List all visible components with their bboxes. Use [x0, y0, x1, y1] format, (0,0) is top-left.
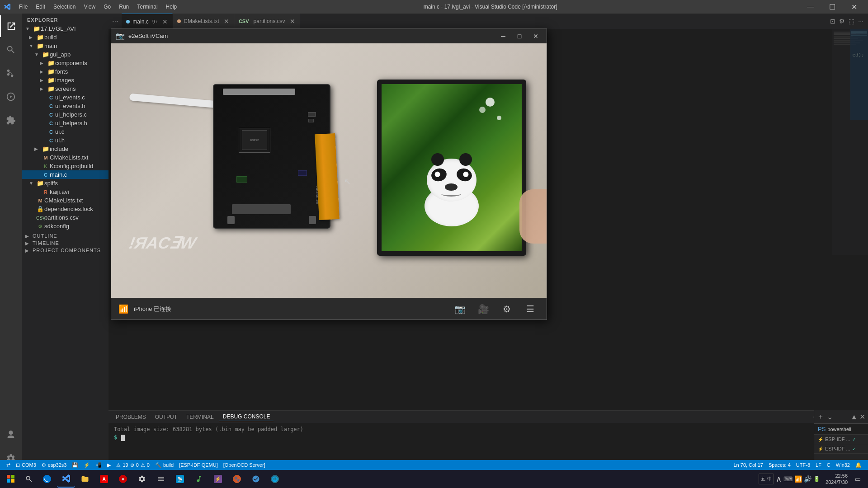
terminal-new-session-button[interactable]: ＋: [816, 411, 825, 422]
systray-wifi-icon[interactable]: 📶: [794, 475, 802, 483]
tree-deps-lock[interactable]: ▶ 🔒 dependencies.lock: [22, 205, 108, 213]
show-desktop-button[interactable]: ▭: [853, 475, 863, 483]
status-language[interactable]: C: [824, 460, 833, 470]
tree-main[interactable]: ▼ 📁 main: [22, 42, 108, 50]
status-storage[interactable]: 💾: [69, 460, 81, 470]
system-clock[interactable]: 22:56 2024/7/30: [822, 472, 851, 486]
activity-explorer[interactable]: [0, 15, 22, 37]
tree-components[interactable]: ▶ 📁 components: [22, 59, 108, 67]
activity-accounts[interactable]: [0, 424, 22, 446]
taskbar-misc5[interactable]: [247, 470, 265, 488]
systray-battery-icon[interactable]: 🔋: [813, 476, 820, 482]
status-openocd[interactable]: [OpenOCD Server]: [221, 460, 268, 470]
tree-ui-events-h[interactable]: ▶ C ui_events.h: [22, 102, 108, 110]
tab-layout-button[interactable]: ⬚: [849, 18, 854, 25]
status-idf-qemu[interactable]: [ESP-IDF QEMU]: [176, 460, 221, 470]
ivcam-minimize-button[interactable]: ─: [497, 31, 509, 42]
activity-search[interactable]: [0, 39, 22, 61]
tab-more-button[interactable]: ···: [858, 18, 863, 25]
tab-settings-button[interactable]: ⚙: [839, 18, 845, 25]
terminal-powershell-item[interactable]: PS powershell: [814, 424, 868, 435]
status-spaces[interactable]: Spaces: 4: [766, 460, 793, 470]
menu-edit[interactable]: Edit: [32, 3, 49, 11]
tab-close-button[interactable]: ✕: [224, 18, 229, 25]
menu-help[interactable]: Help: [162, 3, 181, 11]
terminal-tab-debug[interactable]: DEBUG CONSOLE: [219, 413, 274, 421]
ivcam-menu-button[interactable]: ☰: [521, 300, 539, 318]
taskbar-misc4[interactable]: 🐾: [228, 470, 246, 488]
activity-git[interactable]: [0, 62, 22, 84]
ivcam-video-button[interactable]: 🎥: [474, 300, 492, 318]
systray-speaker-icon[interactable]: 🔊: [804, 475, 811, 483]
taskbar-filemanager[interactable]: [152, 470, 170, 488]
tree-main-c[interactable]: ▶ C main.c: [22, 170, 108, 179]
menu-file[interactable]: File: [15, 3, 31, 11]
status-remote[interactable]: ⇄: [4, 460, 13, 470]
status-power[interactable]: ⚡: [81, 460, 93, 470]
status-flash[interactable]: 📲: [93, 460, 104, 470]
tab-close-button[interactable]: ✕: [290, 18, 295, 25]
window-minimize-button[interactable]: —: [800, 0, 821, 14]
window-maximize-button[interactable]: ☐: [822, 0, 843, 14]
terminal-espidf-2-item[interactable]: ⚡ ESP-IDF ... ✓: [814, 444, 868, 454]
tree-ui-h[interactable]: ▶ C ui.h: [22, 136, 108, 145]
terminal-session-more[interactable]: ⌄: [826, 412, 834, 422]
terminal-tab-terminal[interactable]: TERMINAL: [183, 413, 217, 421]
systray-up-arrow[interactable]: ∧: [776, 474, 782, 484]
menu-selection[interactable]: Selection: [50, 3, 79, 11]
tree-cmake-root[interactable]: ▶ M CMakeLists.txt: [22, 196, 108, 205]
tree-screens[interactable]: ▶ 📁 screens: [22, 84, 108, 93]
tab-partitions[interactable]: CSV partitions.csv ✕: [234, 14, 300, 29]
tree-kconfig[interactable]: ▶ K Kconfig.projbuild: [22, 162, 108, 170]
terminal-panel-close[interactable]: ✕: [859, 412, 866, 422]
tree-spiffs[interactable]: ▼ 📁 spiffs: [22, 179, 108, 188]
status-notifications[interactable]: 🔔: [853, 460, 864, 470]
tree-root[interactable]: ▼ 📁 17.LVGL_AVI: [22, 24, 108, 33]
taskbar-search[interactable]: [20, 470, 38, 488]
start-button[interactable]: [2, 470, 20, 488]
tree-include[interactable]: ▶ 📁 include: [22, 145, 108, 153]
status-port[interactable]: ⊡ COM3: [13, 460, 39, 470]
tab-overflow-button[interactable]: ···: [108, 17, 122, 25]
ivcam-capture-button[interactable]: 📷: [451, 300, 469, 318]
tab-close-button[interactable]: ✕: [162, 18, 168, 25]
terminal-panel-max[interactable]: ▲: [849, 412, 859, 422]
terminal-espidf-1-item[interactable]: ⚡ ESP-IDF ... ✓: [814, 435, 868, 444]
tab-split-button[interactable]: ⊡: [830, 18, 835, 25]
taskbar-network[interactable]: 🌐: [266, 470, 284, 488]
status-ln-col[interactable]: Ln 70, Col 17: [731, 460, 765, 470]
tree-ui-c[interactable]: ▶ C ui.c: [22, 127, 108, 136]
tree-ui-events-c[interactable]: ▶ C ui_events.c: [22, 93, 108, 102]
ivcam-close-button[interactable]: ✕: [529, 31, 542, 42]
status-debug[interactable]: ▶: [104, 460, 113, 470]
taskbar-misc1[interactable]: 📡: [171, 470, 189, 488]
ivcam-maximize-button[interactable]: □: [513, 31, 526, 42]
status-encoding[interactable]: UTF-8: [793, 460, 813, 470]
status-errors[interactable]: ⚠ 19 ⊘ 0 ⚠ 0: [113, 460, 152, 470]
tree-cmake-main[interactable]: ▶ M CMakeLists.txt: [22, 153, 108, 162]
tree-timeline-section[interactable]: ▶ TIMELINE: [22, 239, 108, 247]
taskbar-atk[interactable]: A: [95, 470, 113, 488]
tree-ui-helpers-c[interactable]: ▶ C ui_helpers.c: [22, 110, 108, 119]
status-chip[interactable]: ⚙ esp32s3: [39, 460, 70, 470]
taskbar-explorer[interactable]: [76, 470, 94, 488]
tree-gui-app[interactable]: ▼ 📁 gui_app: [22, 50, 108, 59]
keyboard-layout-indicator[interactable]: 五 中: [759, 474, 774, 484]
menu-view[interactable]: View: [80, 3, 99, 11]
tree-partitions[interactable]: ▶ CSV partitions.csv: [22, 213, 108, 222]
taskbar-vscode[interactable]: [57, 470, 75, 488]
status-line-ending[interactable]: LF: [813, 460, 824, 470]
menu-terminal[interactable]: Terminal: [133, 3, 161, 11]
tree-images[interactable]: ▶ 📁 images: [22, 76, 108, 84]
terminal-tab-problems[interactable]: PROBLEMS: [112, 413, 150, 421]
taskbar-settings[interactable]: [133, 470, 151, 488]
tree-outline-section[interactable]: ▶ OUTLINE: [22, 232, 108, 239]
tree-sdkconfig[interactable]: ▶ ⚙ sdkconfig: [22, 222, 108, 230]
ivcam-settings-button[interactable]: ⚙: [498, 300, 516, 318]
status-os[interactable]: Win32: [833, 460, 853, 470]
tree-build[interactable]: ▶ 📁 build: [22, 33, 108, 42]
taskbar-media[interactable]: ●: [114, 470, 132, 488]
activity-extensions[interactable]: [0, 109, 22, 131]
taskbar-misc2[interactable]: [190, 470, 208, 488]
activity-debug[interactable]: [0, 86, 22, 108]
